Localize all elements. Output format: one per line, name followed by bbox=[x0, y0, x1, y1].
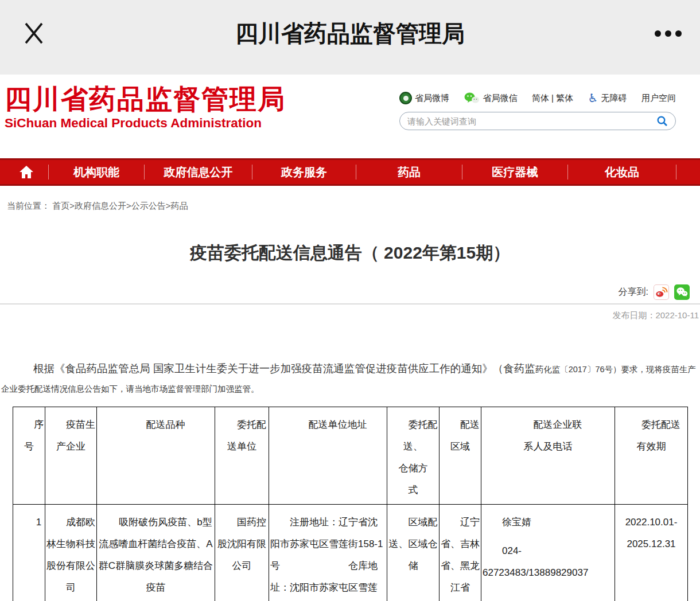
page-title: 疫苗委托配送信息通告（ 2022年第15期） bbox=[0, 241, 700, 265]
weibo-icon bbox=[399, 92, 412, 104]
cell-seq: 1 bbox=[13, 505, 45, 601]
divider bbox=[0, 303, 700, 305]
more-menu-button[interactable] bbox=[654, 26, 683, 41]
browser-title: 四川省药品监督管理局 bbox=[69, 18, 631, 49]
accessibility-icon: ♿ bbox=[588, 92, 598, 104]
breadcrumb-path[interactable]: 首页>政府信息公开>公示公告>药品 bbox=[52, 201, 188, 210]
col-header-mode: 委托配 送、 仓储方 式 bbox=[387, 407, 440, 505]
col-header-address: 配送单位地址 bbox=[269, 407, 387, 505]
search-button[interactable] bbox=[656, 115, 668, 127]
nav-home-item[interactable] bbox=[5, 160, 48, 184]
user-space-link[interactable]: 用户空间 bbox=[641, 93, 676, 104]
distribution-table: 序 号 疫苗生 产企业 配送品种 委托配 送单位 配送单位地址 委托配 送、 仓… bbox=[13, 407, 688, 601]
publish-date: 发布日期：2022-10-11 bbox=[0, 310, 700, 321]
nav-item-services[interactable]: 政务服务 bbox=[252, 160, 356, 184]
col-header-manufacturer: 疫苗生 产企业 bbox=[45, 407, 97, 505]
col-header-products: 配送品种 bbox=[97, 407, 215, 505]
nav-item-devices[interactable]: 医疗器械 bbox=[462, 160, 567, 184]
search-box bbox=[399, 112, 676, 130]
logo-chinese: 四川省药品监督管理局 bbox=[5, 84, 286, 115]
cell-mode: 区域配送、区域仓储 bbox=[387, 505, 440, 601]
nav-item-cosmetics[interactable]: 化妆品 bbox=[568, 160, 676, 184]
search-icon bbox=[656, 115, 668, 127]
home-icon bbox=[19, 165, 34, 179]
wechat-icon bbox=[464, 92, 480, 104]
main-nav: 机构职能 政府信息公开 政务服务 药品 医疗器械 化妆品 bbox=[0, 158, 700, 186]
search-input[interactable] bbox=[407, 116, 656, 126]
weibo-link[interactable]: 省局微博 bbox=[399, 92, 449, 104]
paragraph-lead: 根据《食品药品监管总局 国家卫生计生委关于进一步加强疫苗流通监管促进疫苗供应工作… bbox=[33, 362, 535, 374]
cell-region: 辽宁省、吉林省、黑龙江省 bbox=[440, 505, 481, 601]
breadcrumb-label: 当前位置： bbox=[7, 201, 50, 210]
contact-name: 徐宝婧 bbox=[483, 512, 613, 533]
table-row: 1 成都欧林生物科技股份有限公司 吸附破伤风疫苗、b型流感嗜血杆菌结合疫苗、A群… bbox=[13, 505, 688, 601]
share-wechat-button[interactable] bbox=[674, 284, 690, 300]
nav-item-gov-info[interactable]: 政府信息公开 bbox=[145, 160, 252, 184]
cell-validity: 2022.10.01-2025.12.31 bbox=[615, 505, 688, 601]
share-wechat-icon bbox=[675, 286, 689, 299]
close-icon bbox=[21, 19, 47, 46]
share-weibo-button[interactable] bbox=[654, 284, 669, 300]
col-header-seq: 序 号 bbox=[13, 407, 45, 505]
cell-manufacturer: 成都欧林生物科技股份有限公司 bbox=[45, 505, 97, 601]
language-toggle[interactable]: 简体 | 繁体 bbox=[532, 93, 573, 104]
close-button[interactable] bbox=[17, 16, 50, 51]
nav-item-drugs[interactable]: 药品 bbox=[356, 160, 462, 184]
col-header-contact: 配送企业联 系人及电话 bbox=[481, 407, 615, 505]
more-icon bbox=[655, 30, 661, 37]
quick-links: 省局微博 省局微信 简体 | 繁体 ♿ 无障碍 用户空间 bbox=[399, 92, 676, 104]
nav-item-org[interactable]: 机构职能 bbox=[49, 160, 144, 184]
site-header: 四川省药品监督管理局 SiChuan Medical Products Admi… bbox=[0, 75, 700, 158]
browser-titlebar: 四川省药品监督管理局 bbox=[0, 0, 700, 75]
cell-distributor: 国药控股沈阳有限公司 bbox=[215, 505, 269, 601]
wechat-link[interactable]: 省局微信 bbox=[464, 92, 517, 104]
share-weibo-icon bbox=[655, 286, 668, 299]
breadcrumb: 当前位置： 首页>政府信息公开>公示公告>药品 bbox=[7, 201, 700, 212]
logo-english: SiChuan Medical Products Administration bbox=[5, 116, 286, 131]
contact-phone: 024- 62723483/13889829037 bbox=[483, 540, 613, 584]
cell-address: 注册地址：辽宁省沈阳市苏家屯区雪莲街158-1号 仓库地址：沈阳市苏家屯区雪莲街… bbox=[269, 505, 387, 601]
article-paragraph: 根据《食品药品监管总局 国家卫生计生委关于进一步加强疫苗流通监管促进疫苗供应工作… bbox=[0, 359, 700, 399]
share-label: 分享到: bbox=[619, 286, 648, 298]
col-header-distributor: 委托配 送单位 bbox=[215, 407, 269, 505]
col-header-validity: 委托配送 有效期 bbox=[615, 407, 688, 505]
col-header-region: 配送 区域 bbox=[440, 407, 481, 505]
table-header-row: 序 号 疫苗生 产企业 配送品种 委托配 送单位 配送单位地址 委托配 送、 仓… bbox=[13, 407, 688, 505]
accessibility-link[interactable]: ♿ 无障碍 bbox=[588, 92, 627, 104]
share-row: 分享到: bbox=[0, 284, 700, 300]
site-logo[interactable]: 四川省药品监督管理局 SiChuan Medical Products Admi… bbox=[5, 84, 286, 131]
cell-contact: 徐宝婧 024- 62723483/13889829037 bbox=[481, 505, 615, 601]
cell-products: 吸附破伤风疫苗、b型流感嗜血杆菌结合疫苗、A群C群脑膜炎球菌多糖结合疫苗 bbox=[97, 505, 215, 601]
